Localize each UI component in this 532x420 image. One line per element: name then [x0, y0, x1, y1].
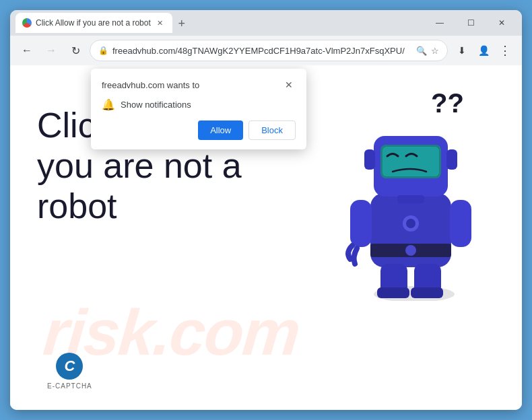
allow-button[interactable]: Allow	[198, 120, 243, 140]
robot-illustration: ??	[306, 72, 495, 301]
svg-rect-9	[446, 149, 457, 170]
active-tab[interactable]: Click Allow if you are not a robot ✕	[15, 13, 172, 33]
download-icon[interactable]: ⬇	[452, 40, 472, 61]
url-text: freeadvhub.com/48gTNAWgK2YYEMPcdCF1H9a7a…	[112, 46, 412, 56]
tabs-area: Click Allow if you are not a robot ✕ +	[15, 13, 421, 33]
svg-rect-16	[411, 287, 443, 298]
lock-icon: 🔒	[98, 46, 108, 55]
svg-rect-10	[397, 195, 424, 203]
window-controls-right: — ☐ ✕	[425, 13, 517, 33]
tab-favicon	[22, 18, 32, 28]
page-content: risk.com Click Allow if you are not a ro…	[10, 65, 522, 410]
tab-close-button[interactable]: ✕	[155, 18, 166, 28]
popup-buttons: Allow Block	[102, 120, 296, 140]
main-text-line2: you are not a	[37, 146, 242, 186]
close-window-button[interactable]: ✕	[487, 13, 517, 33]
svg-text:??: ??	[431, 88, 464, 118]
svg-rect-15	[377, 287, 409, 298]
captcha-icon: C	[56, 353, 83, 380]
profile-button[interactable]: 👤	[473, 40, 494, 61]
notification-text: Show notifications	[121, 100, 191, 110]
maximize-button[interactable]: ☐	[456, 13, 486, 33]
bell-icon: 🔔	[102, 98, 115, 111]
search-icon: 🔍	[416, 46, 427, 56]
nav-right-icons: ⬇ 👤 ⋮	[452, 40, 515, 61]
back-button[interactable]: ←	[17, 40, 37, 61]
captcha-label-text: E-CAPTCHA	[47, 382, 92, 390]
captcha-logo: C E-CAPTCHA	[47, 353, 92, 390]
address-bar[interactable]: 🔒 freeadvhub.com/48gTNAWgK2YYEMPcdCF1H9a…	[90, 40, 448, 61]
svg-point-4	[405, 245, 416, 256]
main-text-line3: robot	[37, 186, 242, 227]
svg-rect-11	[350, 200, 372, 247]
popup-close-button[interactable]: ✕	[282, 78, 296, 92]
popup-header: freeadvhub.com wants to ✕	[102, 78, 296, 92]
popup-title: freeadvhub.com wants to	[102, 80, 199, 90]
nav-bar: ← → ↻ 🔒 freeadvhub.com/48gTNAWgK2YYEMPcd…	[10, 36, 522, 65]
refresh-button[interactable]: ↻	[65, 40, 86, 61]
svg-point-18	[406, 219, 415, 228]
bookmark-icon[interactable]: ☆	[431, 46, 439, 56]
popup-notification-row: 🔔 Show notifications	[102, 98, 296, 111]
forward-button[interactable]: →	[41, 40, 61, 61]
minimize-button[interactable]: —	[425, 13, 455, 33]
notification-popup: freeadvhub.com wants to ✕ 🔔 Show notific…	[91, 69, 306, 149]
title-bar: Click Allow if you are not a robot ✕ + —…	[10, 10, 522, 36]
tab-label: Click Allow if you are not a robot	[36, 18, 151, 28]
browser-window: Click Allow if you are not a robot ✕ + —…	[10, 10, 522, 410]
svg-rect-8	[364, 149, 375, 170]
menu-button[interactable]: ⋮	[495, 40, 515, 61]
block-button[interactable]: Block	[248, 120, 296, 140]
new-tab-button[interactable]: +	[172, 14, 191, 33]
svg-rect-12	[450, 200, 471, 247]
svg-rect-7	[383, 147, 439, 176]
